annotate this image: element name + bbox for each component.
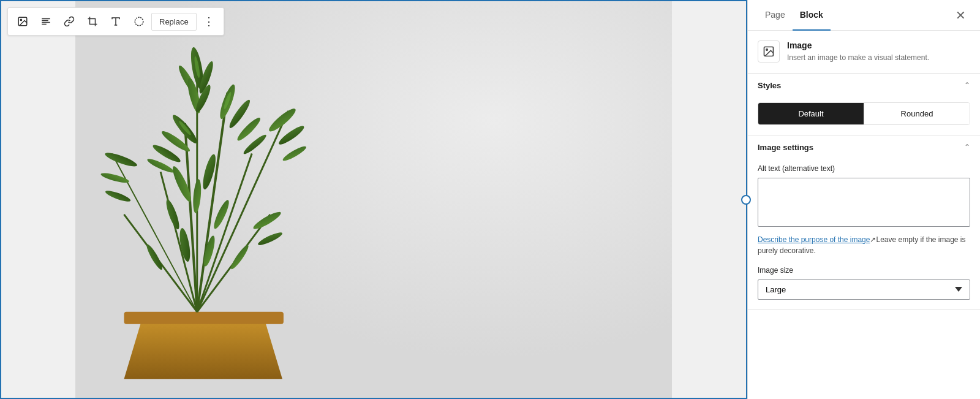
- style-rounded-button[interactable]: Rounded: [864, 103, 970, 124]
- sidebar: Page Block ✕ Image Insert an image to ma…: [747, 0, 980, 399]
- align-button[interactable]: [35, 10, 57, 32]
- block-type-icon: [758, 40, 780, 63]
- selection-button[interactable]: [128, 10, 150, 32]
- svg-rect-5: [42, 24, 47, 25]
- svg-point-57: [766, 49, 768, 51]
- image-settings-header[interactable]: Image settings ⌃: [748, 135, 980, 159]
- image-icon-button[interactable]: [12, 10, 34, 32]
- chevron-up-icon: ⌃: [964, 81, 970, 89]
- sidebar-tab-bar: Page Block ✕: [748, 0, 980, 31]
- svg-rect-4: [42, 22, 50, 23]
- text-button[interactable]: [105, 10, 127, 32]
- svg-marker-12: [124, 318, 282, 379]
- alt-text-label: Alt text (alternative text): [758, 164, 970, 173]
- editor-canvas: Replace ⋮: [0, 0, 747, 399]
- more-options-button[interactable]: ⋮: [198, 10, 220, 32]
- tab-block[interactable]: Block: [793, 0, 831, 31]
- image-toolbar: Replace ⋮: [7, 7, 224, 36]
- image-size-field-group: Image size Thumbnail Medium Large Full S…: [758, 266, 970, 300]
- block-info-text: Image Insert an image to make a visual s…: [787, 40, 929, 63]
- style-default-button[interactable]: Default: [758, 103, 864, 124]
- block-description: Insert an image to make a visual stateme…: [787, 53, 929, 63]
- svg-rect-3: [42, 20, 48, 21]
- svg-rect-13: [124, 312, 284, 324]
- resize-handle[interactable]: [741, 195, 751, 205]
- alt-text-help: Describe the purpose of the image↗Leave …: [758, 234, 970, 256]
- link-button[interactable]: [58, 10, 80, 32]
- tab-page[interactable]: Page: [758, 0, 793, 31]
- styles-heading: Styles: [758, 81, 781, 90]
- alt-text-input[interactable]: [758, 178, 970, 227]
- svg-point-1: [20, 19, 21, 20]
- alt-text-help-link[interactable]: Describe the purpose of the image: [758, 235, 870, 244]
- image-size-select[interactable]: Thumbnail Medium Large Full Size: [758, 279, 970, 300]
- style-buttons-group: Default Rounded: [758, 102, 970, 125]
- chevron-up-icon-2: ⌃: [964, 143, 970, 151]
- styles-section-content: Default Rounded: [748, 97, 980, 135]
- close-button[interactable]: ✕: [951, 6, 970, 25]
- block-info-panel: Image Insert an image to make a visual s…: [748, 31, 980, 74]
- image-size-label: Image size: [758, 266, 970, 275]
- image-settings-heading: Image settings: [758, 143, 813, 152]
- styles-section-header[interactable]: Styles ⌃: [748, 74, 980, 97]
- crop-button[interactable]: [81, 10, 104, 32]
- svg-point-9: [135, 17, 143, 26]
- svg-rect-2: [42, 18, 50, 20]
- image-settings-section: Image settings ⌃ Alt text (alternative t…: [748, 135, 980, 310]
- block-title: Image: [787, 40, 929, 50]
- alt-text-field-group: Alt text (alternative text) Describe the…: [758, 164, 970, 256]
- image-settings-content: Alt text (alternative text) Describe the…: [748, 159, 980, 310]
- styles-section: Styles ⌃ Default Rounded: [748, 74, 980, 135]
- plant-image: [1, 1, 746, 398]
- replace-button[interactable]: Replace: [151, 13, 197, 31]
